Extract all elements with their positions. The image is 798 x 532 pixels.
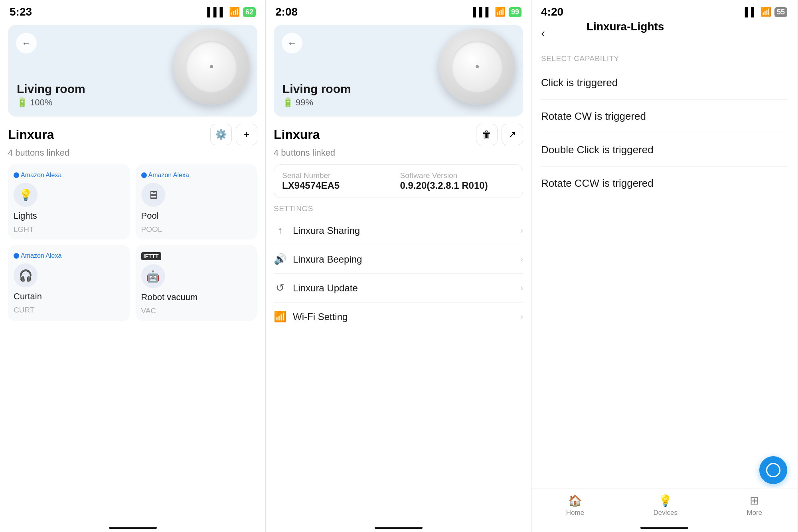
- status-icons-3: ▌▌ 📶 55: [745, 7, 787, 17]
- back-button-1[interactable]: ←: [16, 33, 37, 53]
- device-subtitle-1: 4 buttons linked: [0, 148, 265, 164]
- home-indicator-2: [375, 527, 423, 529]
- home-indicator-3: [640, 527, 688, 529]
- battery-icon-1: 🔋: [17, 97, 28, 108]
- page-title-3: Linxura-Lights: [555, 20, 696, 33]
- room-name-2: Living room: [282, 82, 351, 96]
- capability-rotate-cw[interactable]: Rotate CW is triggered: [541, 100, 787, 133]
- device-circle-2: [439, 29, 515, 105]
- settings-item-beeping[interactable]: 🔊 Linxura Beeping ›: [274, 245, 523, 274]
- settings-list: ↑ Linxura Sharing › 🔊 Linxura Beeping › …: [266, 216, 531, 331]
- battery-badge-2: 99: [509, 7, 521, 17]
- signal-icon-1: ▌▌▌: [207, 7, 226, 17]
- time-2: 2:08: [275, 6, 298, 18]
- device-actions-2: 🗑 ↗: [476, 124, 523, 145]
- home-nav-icon: 🏠: [568, 494, 582, 507]
- device-title-row-2: Linxura 🗑 ↗: [266, 124, 531, 148]
- pool-label: Pool: [141, 211, 159, 221]
- back-button-2[interactable]: ←: [282, 33, 302, 53]
- status-bar-2: 2:08 ▌▌▌ 📶 99: [266, 0, 531, 21]
- ifttt-icon: IFTTT: [141, 252, 161, 260]
- add-button-1[interactable]: +: [236, 124, 257, 145]
- wifi-icon-2: 📶: [495, 7, 506, 17]
- serial-info-card: Serial Number LX94574EA5 Software Versio…: [274, 164, 523, 198]
- button-card-vacuum[interactable]: IFTTT 🤖 Robot vacuum VAC: [136, 245, 258, 321]
- delete-button-2[interactable]: 🗑: [476, 124, 498, 145]
- device-subtitle-2: 4 buttons linked: [266, 148, 531, 164]
- software-label: Software Version 0.9.20(3.2.8.1 R010): [400, 171, 515, 191]
- settings-button-1[interactable]: ⚙️: [210, 124, 232, 145]
- device-actions-1: ⚙️ +: [210, 124, 257, 145]
- capability-section-label: SELECT CAPABILITY: [531, 48, 797, 66]
- vacuum-badge: IFTTT: [141, 252, 161, 260]
- alexa-dot-lights: [14, 172, 19, 178]
- hero-text-1: Living room 🔋 100%: [17, 82, 85, 108]
- settings-item-update[interactable]: ↺ Linxura Update ›: [274, 274, 523, 303]
- battery-level-1: 🔋 100%: [17, 97, 85, 108]
- pool-code: POOL: [141, 225, 162, 234]
- capability-click[interactable]: Click is triggered: [541, 66, 787, 100]
- vacuum-label: Robot vacuum: [141, 292, 198, 303]
- serial-label: Serial Number LX94574EA5: [282, 171, 397, 191]
- back-button-3[interactable]: ‹: [531, 25, 555, 42]
- fab-button[interactable]: [759, 456, 787, 484]
- vacuum-icon: 🤖: [141, 264, 165, 288]
- battery-icon-2: 🔋: [282, 97, 293, 108]
- phone-screen-2: 2:08 ▌▌▌ 📶 99 ← Living room 🔋 99% Linxur…: [266, 0, 531, 532]
- more-nav-label: More: [747, 509, 762, 517]
- status-icons-2: ▌▌▌ 📶 99: [473, 7, 521, 17]
- nav-devices[interactable]: 💡 Devices: [654, 494, 678, 517]
- buttons-grid-1: Amazon Alexa 💡 Lights LGHT Amazon Alexa …: [0, 164, 265, 321]
- sharing-icon: ↑: [274, 224, 286, 237]
- lights-badge: Amazon Alexa: [14, 172, 61, 179]
- status-bar-1: 5:23 ▌▌▌ 📶 62: [0, 0, 265, 21]
- capability-rotate-ccw[interactable]: Rotate CCW is triggered: [541, 167, 787, 200]
- wifi-setting-icon: 📶: [274, 310, 286, 323]
- device-name-2: Linxura: [274, 127, 320, 142]
- pool-badge: Amazon Alexa: [141, 172, 189, 179]
- nav-more[interactable]: ⊞ More: [747, 494, 762, 517]
- time-1: 5:23: [10, 6, 32, 18]
- phone-screen-1: 5:23 ▌▌▌ 📶 62 ← Living room 🔋 100% Linxu…: [0, 0, 266, 532]
- update-icon: ↺: [274, 282, 286, 294]
- wifi-icon-1: 📶: [229, 7, 240, 17]
- button-card-pool[interactable]: Amazon Alexa 🖥 Pool POOL: [136, 164, 258, 239]
- settings-item-sharing[interactable]: ↑ Linxura Sharing ›: [274, 216, 523, 245]
- header-3: ‹ Linxura-Lights: [531, 21, 797, 48]
- alexa-dot-pool: [141, 172, 147, 178]
- room-name-1: Living room: [17, 82, 85, 96]
- curtain-label: Curtain: [14, 291, 42, 302]
- settings-section-label: SETTINGS: [266, 202, 531, 216]
- status-bar-3: 4:20 ▌▌ 📶 55: [531, 0, 797, 21]
- alexa-dot-curtain: [14, 253, 19, 259]
- button-card-curtain[interactable]: Amazon Alexa 🎧 Curtain CURT: [8, 245, 130, 321]
- time-3: 4:20: [541, 6, 563, 18]
- capability-list: Click is triggered Rotate CW is triggere…: [531, 66, 797, 200]
- capability-double-click[interactable]: Double Click is triggered: [541, 133, 787, 167]
- chevron-update: ›: [520, 283, 523, 293]
- more-nav-icon: ⊞: [750, 494, 759, 507]
- home-nav-label: Home: [566, 509, 584, 517]
- button-card-lights[interactable]: Amazon Alexa 💡 Lights LGHT: [8, 164, 130, 239]
- device-title-row-1: Linxura ⚙️ +: [0, 124, 265, 148]
- hero-text-2: Living room 🔋 99%: [282, 82, 351, 108]
- battery-badge-3: 55: [774, 7, 787, 17]
- pool-icon: 🖥: [141, 183, 165, 207]
- signal-icon-3: ▌▌: [745, 7, 757, 17]
- hero-card-1: ← Living room 🔋 100%: [8, 25, 257, 117]
- lights-code: LGHT: [14, 225, 34, 234]
- settings-item-wifi[interactable]: 📶 Wi-Fi Setting ›: [274, 303, 523, 331]
- chevron-wifi: ›: [520, 312, 523, 322]
- curtain-icon: 🎧: [14, 263, 38, 287]
- bottom-nav-3: 🏠 Home 💡 Devices ⊞ More: [531, 488, 797, 532]
- home-indicator-1: [109, 527, 157, 529]
- share-button-2[interactable]: ↗: [502, 124, 523, 145]
- signal-icon-2: ▌▌▌: [473, 7, 492, 17]
- wifi-icon-3: 📶: [760, 7, 771, 17]
- battery-badge-1: 62: [243, 7, 256, 17]
- device-name-1: Linxura: [8, 127, 54, 142]
- lights-icon: 💡: [14, 183, 38, 207]
- nav-home[interactable]: 🏠 Home: [566, 494, 584, 517]
- devices-nav-label: Devices: [654, 509, 678, 517]
- fab-inner-icon: [766, 463, 780, 477]
